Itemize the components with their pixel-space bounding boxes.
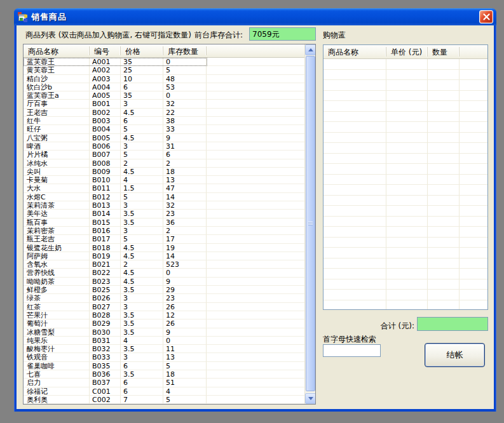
table-row[interactable]: 阿萨姆 B019 4.5 14: [24, 252, 304, 260]
cell-price: 3: [121, 201, 163, 210]
cell-filler: [207, 278, 304, 286]
table-row[interactable]: 水熔C B012 5 14: [24, 193, 304, 201]
cell-filler: [207, 109, 304, 117]
table-row[interactable]: 黄芙蓉王 A002 25 5: [24, 66, 304, 74]
cell-code: B025: [90, 286, 121, 294]
cell-filler: [207, 168, 304, 176]
table-row[interactable]: 瓶王老吉 B017 5 17: [24, 235, 304, 243]
cell-code: B001: [90, 100, 121, 108]
table-row[interactable]: 卡曼菊 B010 4 13: [24, 176, 304, 184]
title-bar[interactable]: 销售商品: [14, 8, 496, 25]
table-row[interactable]: 七喜 B036 3.5 18: [24, 370, 304, 379]
table-row[interactable]: 软白沙b A004 6 53: [24, 83, 304, 91]
cell-code: B030: [90, 328, 121, 337]
cell-product-name: 瓶王老吉: [24, 235, 90, 243]
cell-code: A002: [90, 66, 121, 74]
cell-product-name: 厅百事: [24, 100, 90, 108]
cell-price: 2: [121, 159, 163, 168]
table-row[interactable]: 绿茶 B026 3 23: [24, 294, 304, 302]
table-row[interactable]: 启力 B037 6 51: [24, 379, 304, 387]
cell-price: 5: [121, 151, 163, 159]
cart-column-header-unit-price[interactable]: 单价 (元): [386, 45, 428, 58]
table-row[interactable]: 瓶百事 B015 3.5 36: [24, 218, 304, 227]
cart-empty-row: [324, 175, 487, 185]
table-row[interactable]: 茉莉清茶 B013 3 32: [24, 201, 304, 210]
table-row[interactable]: 啤酒 B006 3 31: [24, 142, 304, 151]
table-row[interactable]: 精白沙 A003 10 48: [24, 75, 304, 83]
close-button[interactable]: [479, 10, 493, 24]
cell-filler: [207, 269, 304, 277]
cell-filler: [207, 151, 304, 159]
table-row[interactable]: 冰纯水 B008 2 2: [24, 159, 304, 168]
scrollbar-up-button[interactable]: [305, 44, 316, 55]
cart-column-header-quantity[interactable]: 数量: [428, 45, 460, 58]
cell-filler: [207, 227, 304, 235]
table-row[interactable]: 徐福记 C001 6 4: [24, 387, 304, 396]
column-header-product-name[interactable]: 商品名称: [24, 44, 90, 57]
cell-code: A001: [90, 58, 121, 66]
table-row[interactable]: 冰糖雪梨 B030 3.5 9: [24, 328, 304, 337]
table-row[interactable]: 奥利奥 C002 7 5: [24, 396, 304, 404]
table-row[interactable]: 葡萄汁 B029 3.5 26: [24, 319, 304, 328]
cell-price: 4.5: [121, 269, 163, 277]
table-row[interactable]: 银鹭花生奶 B018 4.5 19: [24, 244, 304, 252]
table-row[interactable]: 厅百事 B001 3 32: [24, 100, 304, 108]
table-row[interactable]: 尖叫 B009 4.5 18: [24, 168, 304, 176]
table-row[interactable]: 营养快线 B022 4.5 0: [24, 269, 304, 277]
table-row[interactable]: 含氧水 B021 2 523: [24, 260, 304, 269]
cart-empty-row: [324, 185, 487, 196]
cell-filler: [207, 210, 304, 218]
cell-stock: 32: [163, 201, 207, 210]
cell-code: B005: [90, 134, 121, 142]
scrollbar-thumb[interactable]: [306, 56, 315, 391]
table-row[interactable]: 片片橘 B007 5 6: [24, 151, 304, 159]
table-row[interactable]: 呦呦奶茶 B023 4.5 9: [24, 278, 304, 286]
cell-code: B023: [90, 278, 121, 286]
cell-price: 3: [121, 353, 163, 361]
cell-price: 3: [121, 303, 163, 311]
cell-product-name: 酸梅枣汁: [24, 345, 90, 353]
cell-price: 4.5: [121, 244, 163, 252]
table-row[interactable]: 旺仔 B004 5 33: [24, 125, 304, 133]
window-title: 销售商品: [31, 11, 67, 23]
cell-price: 3.5: [121, 218, 163, 227]
cell-price: 4.5: [121, 168, 163, 176]
table-row[interactable]: 鲜橙多 B025 3.5 29: [24, 286, 304, 294]
checkout-button[interactable]: 结帐: [425, 343, 485, 367]
table-row[interactable]: 大水 B011 1.5 47: [24, 184, 304, 192]
table-row[interactable]: 蓝芙蓉王a A005 35 0: [24, 91, 304, 100]
column-header-code[interactable]: 编号: [90, 44, 121, 57]
table-row[interactable]: 铁观音 B033 3 13: [24, 353, 304, 361]
table-row[interactable]: 红牛 B003 6 38: [24, 117, 304, 125]
cart-empty-row: [324, 248, 487, 258]
cart-total-value-box[interactable]: [417, 317, 488, 331]
app-icon: [18, 12, 28, 22]
cell-stock: 11: [163, 345, 207, 353]
cell-filler: [207, 134, 304, 142]
table-row[interactable]: 王老吉 B002 4.5 22: [24, 109, 304, 117]
cart-column-header-product-name[interactable]: 商品名称: [324, 45, 386, 58]
table-row[interactable]: 芒果汁 B028 3.5 12: [24, 311, 304, 319]
table-row[interactable]: 八宝粥 B005 4.5 9: [24, 134, 304, 142]
table-row[interactable]: 美年达 B014 3.5 23: [24, 210, 304, 218]
cell-stock: 5: [163, 66, 207, 74]
table-row[interactable]: 雀巢咖啡 B035 6 5: [24, 362, 304, 370]
table-row[interactable]: 酸梅枣汁 B032 3.5 11: [24, 345, 304, 353]
cell-filler: [207, 379, 304, 387]
column-header-price[interactable]: 价格: [121, 44, 163, 57]
product-list-scrollbar[interactable]: [304, 44, 315, 404]
scrollbar-down-button[interactable]: [305, 393, 316, 404]
table-row[interactable]: 红茶 B027 3 26: [24, 303, 304, 311]
cart-total-label: 合计 (元):: [367, 321, 414, 332]
cell-filler: [207, 75, 304, 83]
quick-search-input[interactable]: [323, 344, 381, 357]
table-row[interactable]: 茉莉密茶 B016 3 2: [24, 227, 304, 235]
cell-product-name: 葡萄汁: [24, 319, 90, 328]
cell-stock: 26: [163, 303, 207, 311]
stock-total-value-box[interactable]: 7059元: [249, 27, 316, 41]
cart-empty-row: [324, 238, 487, 248]
table-row[interactable]: 纯果乐 B031 4 0: [24, 337, 304, 345]
table-row[interactable]: 蓝芙蓉王 A001 35 0: [24, 58, 304, 66]
cell-stock: 9: [163, 278, 207, 286]
column-header-stock[interactable]: 库存数量: [163, 44, 207, 57]
